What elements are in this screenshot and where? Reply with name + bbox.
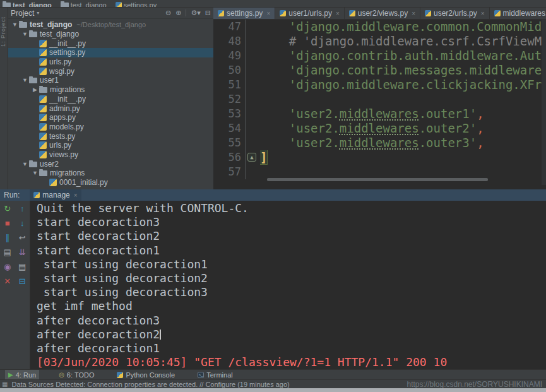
tree-item-models-py[interactable]: models.py — [8, 122, 213, 132]
tree-item-user2[interactable]: ▼user2 — [8, 159, 213, 169]
clear-all-icon[interactable]: ⊟ — [19, 277, 26, 286]
settings-gear-icon[interactable]: ⚙▾ — [191, 9, 200, 17]
fold-marker-icon[interactable]: ▲ — [247, 153, 256, 162]
run-tab-manage[interactable]: manage × — [30, 189, 81, 201]
console-line: after decoraction1 — [37, 342, 546, 355]
close-icon[interactable]: × — [74, 192, 78, 199]
down-stack-trace-icon[interactable]: ↓ — [20, 219, 25, 228]
tree-item-0001-initial-py[interactable]: 0001_initial.py — [8, 178, 213, 187]
code-line-51: 51'django.middleware.clickjacking.XFrame… — [213, 78, 546, 92]
code-token: , — [477, 121, 484, 135]
python-file-icon — [39, 133, 47, 140]
code-token: .outer1' — [419, 107, 477, 121]
tree-item-wsgi-py[interactable]: wsgi.py — [8, 66, 213, 76]
run-toolbar: ↻■∥▤◉✕ ↑↓↩⇊▤⊟ — [0, 201, 30, 369]
python-file-icon — [39, 58, 47, 66]
collapse-all-icon[interactable]: ⊖ — [165, 9, 171, 17]
tree-item-label: urls.py — [49, 57, 71, 66]
status-message: Data Sources Detected: Connection proper… — [11, 381, 289, 388]
code-line-56: 56▲] — [213, 150, 546, 165]
tool-window-switcher-icon[interactable]: ▦ — [2, 381, 8, 388]
editor-tab-user2-views-py[interactable]: user2/views.py× — [345, 8, 420, 19]
python-file-icon — [39, 141, 47, 149]
folder-icon — [29, 32, 37, 37]
python-icon — [33, 192, 40, 198]
horizontal-scrollbar[interactable] — [267, 178, 488, 181]
python-file-icon — [116, 2, 122, 8]
tree-item-test-django[interactable]: ▼test_django~/Desktop/test_django — [8, 20, 213, 30]
console-line: after decoraction3 — [37, 314, 546, 328]
editor-tab-user2-urls-py[interactable]: user2/urls.py× — [420, 8, 490, 19]
tree-item-test-django[interactable]: ▼test_django — [8, 30, 213, 39]
tree-item-label: views.py — [49, 150, 78, 159]
tree-item--init-py[interactable]: __init__.py — [8, 39, 213, 48]
code-editor[interactable]: 47'django.middleware.common.CommonMiddle… — [213, 20, 546, 185]
tree-item-urls-py[interactable]: urls.py — [8, 57, 213, 67]
tree-item-label: models.py — [49, 122, 84, 131]
editor-tab-settings-py[interactable]: settings.py× — [213, 8, 275, 19]
tree-item-admin-py[interactable]: admin.py — [8, 104, 213, 113]
close-icon[interactable]: × — [266, 10, 270, 17]
tree-item-urls-py[interactable]: urls.py — [8, 141, 213, 150]
line-number: 51 — [213, 78, 245, 92]
breadcrumb-item[interactable]: settings.py — [116, 1, 157, 8]
chevron-down-icon[interactable]: ▼ — [11, 21, 19, 28]
breadcrumb-label: test_django — [71, 1, 107, 8]
project-header-icons: ⊖⊕⚙▾⊟ — [165, 9, 211, 17]
watermark-url: https://blog.csdn.net/SORYUSHIKINAMI — [407, 380, 542, 389]
tree-item-settings-py[interactable]: settings.py — [8, 48, 213, 57]
close-icon[interactable]: ✕ — [4, 277, 11, 286]
chevron-down-icon[interactable]: ▼ — [21, 77, 29, 83]
gutter-fold-column — [245, 121, 260, 136]
chevron-down-icon[interactable]: ▼ — [21, 161, 29, 167]
chevron-right-icon[interactable]: ▶ — [31, 86, 39, 93]
tree-item-views-py[interactable]: views.py — [8, 150, 213, 160]
breadcrumb-item[interactable]: test_django — [3, 1, 52, 8]
locate-file-icon[interactable]: ⊕ — [175, 9, 181, 17]
tree-item--init-py[interactable]: __init__.py — [8, 95, 213, 104]
project-panel-title[interactable]: Project▾ — [11, 9, 39, 18]
pause-output-icon[interactable]: ∥ — [6, 234, 10, 242]
code-line-text: 'django.middleware.common.CommonMiddlewa… — [260, 20, 546, 34]
hide-panel-icon[interactable]: ⊟ — [205, 9, 211, 17]
gutter-fold-column — [245, 107, 260, 121]
editor-tab-middlewares-py[interactable]: middlewares.py× — [490, 8, 546, 19]
tree-item-user1[interactable]: ▼user1 — [8, 76, 213, 85]
text-cursor — [160, 330, 161, 340]
soft-wrap-icon[interactable]: ↩ — [19, 234, 26, 242]
tree-item-apps-py[interactable]: apps.py — [8, 113, 213, 122]
tree-item-label: __init__.py — [49, 39, 86, 48]
tree-item-migrations[interactable]: ▼migrations — [8, 169, 213, 178]
breadcrumb-item[interactable]: test_django — [61, 1, 107, 8]
up-stack-trace-icon[interactable]: ↑ — [20, 205, 25, 213]
run-console-output[interactable]: Quit the server with CONTROL-C.start dec… — [31, 201, 546, 369]
print-icon[interactable]: ▤ — [18, 263, 26, 271]
close-icon[interactable]: × — [412, 10, 415, 17]
tool-window-button-project[interactable]: 1: Project — [0, 16, 8, 47]
tree-item-tests-py[interactable]: tests.py — [8, 131, 213, 141]
restore-layout-icon[interactable]: ▤ — [4, 248, 11, 257]
console-line: after decoraction2 — [37, 328, 546, 342]
editor-scroll-stripe[interactable] — [542, 20, 546, 185]
close-icon[interactable]: × — [481, 10, 485, 17]
tree-item-migrations[interactable]: ▶migrations — [8, 85, 213, 95]
tool-window-button-python-console[interactable]: Python Console — [114, 370, 178, 379]
chevron-down-icon[interactable]: ▼ — [21, 31, 29, 37]
tool-window-button-6-todo[interactable]: ◎6: TODO — [56, 370, 97, 379]
tool-window-button-label: 6: TODO — [67, 371, 95, 379]
console-line: start decoraction3 — [37, 215, 546, 229]
gutter-fold-column — [245, 49, 260, 63]
rerun-icon[interactable]: ↻ — [4, 205, 11, 213]
console-line: start using decoraction2 — [37, 271, 546, 285]
pin-tab-icon[interactable]: ◉ — [4, 263, 11, 271]
python-file-icon — [39, 105, 47, 112]
scroll-to-end-icon[interactable]: ⇊ — [19, 248, 26, 257]
stop-icon[interactable]: ■ — [5, 219, 10, 228]
breadcrumb-label: settings.py — [124, 1, 157, 8]
close-icon[interactable]: × — [336, 10, 340, 17]
tool-window-button-4-run[interactable]: ▶4: Run — [5, 370, 39, 379]
chevron-down-icon[interactable]: ▼ — [31, 170, 39, 176]
gutter-fold-column — [245, 34, 260, 49]
tool-window-button-terminal[interactable]: >_Terminal — [194, 370, 236, 379]
editor-tab-user1-urls-py[interactable]: user1/urls.py× — [275, 8, 345, 19]
